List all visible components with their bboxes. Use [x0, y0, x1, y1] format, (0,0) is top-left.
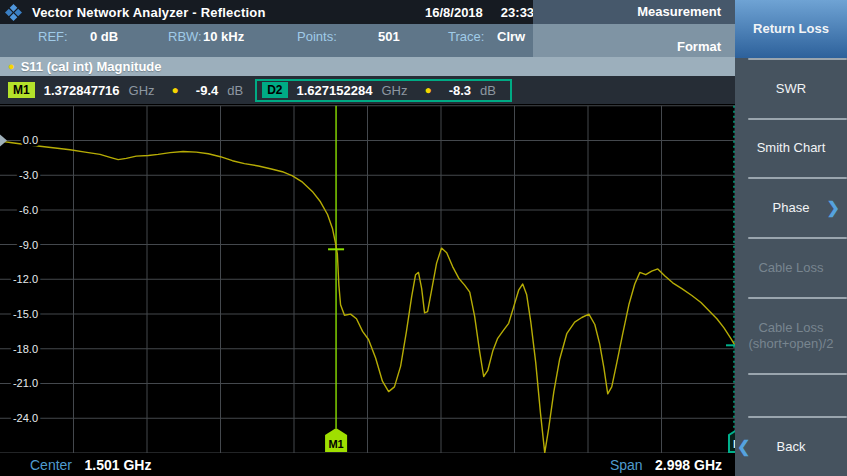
trace-value[interactable]: Clrw — [497, 29, 525, 44]
settings-bar: REF: 0 dB RBW: 10 kHz Points: 501 Trace:… — [0, 24, 735, 57]
m1-separator-dot-icon: ● — [172, 83, 179, 97]
span-frequency[interactable]: Span 2.998 GHz — [610, 456, 722, 474]
marker-d2-readout[interactable]: D2 1.627152284 GHz ● -8.3 dB — [255, 79, 512, 102]
main-area: Vector Network Analyzer - Reflection 16/… — [0, 0, 735, 476]
svg-text:-18.0: -18.0 — [13, 343, 38, 355]
d2-frequency-unit: GHz — [381, 83, 407, 98]
svg-text:-21.0: -21.0 — [13, 378, 38, 390]
sidebar-button-smith-chart[interactable]: Smith Chart — [735, 120, 847, 178]
svg-text:-15.0: -15.0 — [13, 308, 38, 320]
sidebar-button-label: Back — [777, 439, 806, 455]
sidebar-button-label: SWR — [776, 81, 806, 97]
marker-bar: M1 1.372847716 GHz ● -9.4 dB D2 1.627152… — [0, 76, 735, 104]
svg-text:-6.0: -6.0 — [19, 204, 38, 216]
chevron-right-icon: ❯ — [827, 198, 840, 218]
d2-badge: D2 — [262, 82, 287, 98]
span-label: Span — [610, 457, 643, 473]
sidebar-button-return-loss[interactable]: Return Loss — [735, 0, 847, 58]
sidebar-button-label: Phase — [773, 200, 810, 216]
m1-level-unit: dB — [227, 83, 243, 98]
date-time: 16/8/2018 23:33 — [425, 0, 534, 24]
trace-header-bar: ● S11 (cal int) Magnitude — [0, 57, 735, 76]
sidebar-button-back[interactable]: ❮ Back — [735, 418, 847, 476]
sidebar-button-phase[interactable]: Phase ❯ — [735, 179, 847, 237]
sidebar-button-swr[interactable]: SWR — [735, 60, 847, 118]
marker-m1-readout[interactable]: M1 1.372847716 GHz ● -9.4 dB — [8, 82, 243, 98]
d2-level-unit: dB — [480, 83, 496, 98]
format-label: Format — [677, 39, 721, 54]
sidebar-button-label: Cable Loss — [758, 260, 823, 276]
points-setting[interactable]: Points: — [297, 29, 337, 44]
d2-separator-dot-icon: ● — [424, 83, 431, 97]
sidebar-button-cable-loss-short-open: Cable Loss (short+open)/2 — [735, 299, 847, 373]
rbw-value[interactable]: 10 kHz — [203, 29, 244, 44]
page-title: Vector Network Analyzer - Reflection — [32, 5, 266, 20]
svg-text:-9.0: -9.0 — [19, 239, 38, 251]
svg-text:M1: M1 — [328, 438, 343, 450]
m1-frequency-unit: GHz — [129, 83, 155, 98]
center-value: 1.501 GHz — [84, 457, 151, 473]
chart-svg: M1D20.0-3.0-6.0-9.0-12.0-15.0-18.0-21.0-… — [0, 104, 735, 453]
sidebar-button-label: Cable Loss (short+open)/2 — [743, 320, 839, 353]
d2-level: -8.3 — [449, 83, 471, 98]
format-panel: Format — [533, 24, 735, 57]
svg-text:-12.0: -12.0 — [13, 273, 38, 285]
svg-text:0.0: 0.0 — [23, 135, 38, 147]
m1-frequency: 1.372847716 — [44, 83, 120, 98]
title-bar: Vector Network Analyzer - Reflection 16/… — [0, 0, 735, 24]
rbw-setting[interactable]: RBW: — [168, 29, 202, 44]
trace-title: S11 (cal int) Magnitude — [21, 59, 162, 74]
sidebar-button-label: Smith Chart — [757, 140, 826, 156]
ref-value[interactable]: 0 dB — [90, 29, 118, 44]
s11-trace-chart[interactable]: M1D20.0-3.0-6.0-9.0-12.0-15.0-18.0-21.0-… — [0, 104, 735, 453]
chevron-left-icon: ❮ — [737, 437, 750, 457]
center-label: Center — [30, 457, 72, 473]
rohde-schwarz-logo-icon — [5, 4, 22, 21]
m1-level: -9.4 — [196, 83, 218, 98]
svg-text:-24.0: -24.0 — [13, 412, 38, 424]
m1-badge: M1 — [8, 82, 35, 98]
span-value: 2.998 GHz — [655, 457, 722, 473]
sidebar-button-cable-loss: Cable Loss — [735, 239, 847, 297]
center-frequency[interactable]: Center 1.501 GHz — [30, 456, 151, 474]
trace-setting[interactable]: Trace: — [448, 29, 484, 44]
ref-setting[interactable]: REF: — [38, 29, 68, 44]
svg-text:-3.0: -3.0 — [19, 169, 38, 181]
d2-frequency: 1.627152284 — [297, 83, 373, 98]
points-value[interactable]: 501 — [378, 29, 400, 44]
sidebar-button-empty — [735, 375, 847, 417]
time-label: 23:33 — [501, 5, 534, 20]
frequency-footer: Center 1.501 GHz Span 2.998 GHz — [0, 453, 735, 476]
sidebar-button-label: Return Loss — [753, 21, 829, 37]
trace-bullet-icon: ● — [8, 61, 15, 72]
menu-title: Measurement — [533, 0, 735, 24]
vna-screen: Vector Network Analyzer - Reflection 16/… — [0, 0, 847, 476]
date-label: 16/8/2018 — [425, 5, 483, 20]
softkey-sidebar: Return Loss SWR Smith Chart Phase ❯ Cabl… — [735, 0, 847, 476]
